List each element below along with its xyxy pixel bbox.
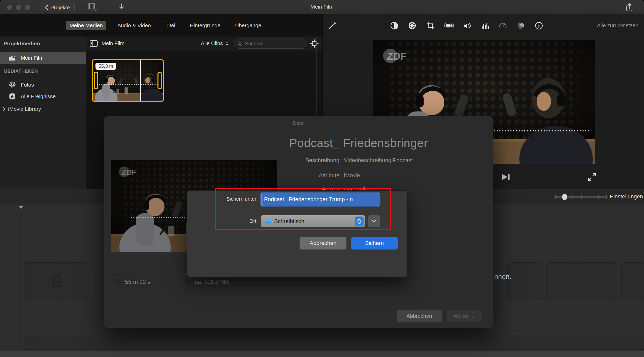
crop-icon[interactable]: [426, 21, 435, 30]
clip-filter-dropdown[interactable]: Alle Clips: [201, 40, 229, 46]
timeline-playhead[interactable]: [19, 206, 23, 209]
video-drop-zone[interactable]: [24, 262, 89, 300]
export-dialog-title: Datei: [104, 120, 493, 126]
description-label: Beschreibung:: [255, 157, 341, 164]
sidebar-item-imovie-library[interactable]: iMovie Library: [2, 106, 41, 112]
titlebar: Projekte ♪ Mein Film: [0, 0, 644, 15]
clip-placeholder[interactable]: [621, 262, 644, 300]
clapperboard-icon: [8, 55, 17, 61]
media-tab-bar: Meine Medien Audio & Video Titel Hinterg…: [0, 14, 323, 37]
timeline-zoom-slider[interactable]: [555, 196, 607, 198]
play-from-start-icon[interactable]: [501, 172, 511, 182]
sheet-save-button[interactable]: Sichern: [351, 237, 398, 249]
film-frame-icon: [52, 275, 61, 287]
sheet-cancel-button[interactable]: Abbrechen: [300, 237, 346, 249]
sidebar-toggle-icon[interactable]: [89, 40, 98, 47]
export-project-title: Podcast_ Friedensbringer: [289, 136, 491, 150]
description-row: Beschreibung: Videobeschreibung Podcast_: [255, 157, 482, 164]
sidebar-item-label: iMovie Library: [8, 106, 41, 112]
timeline-playhead-line: [21, 209, 21, 351]
imovie-window: Projekte ♪ Mein Film Meine Medien Audio …: [0, 0, 644, 357]
export-filesize: ca. 106.3 MB: [195, 279, 229, 285]
color-balance-icon[interactable]: [390, 21, 399, 30]
sidebar-item-fotos[interactable]: Fotos: [0, 80, 86, 90]
export-cancel-button[interactable]: Abbrechen: [397, 310, 442, 322]
filters-icon[interactable]: [516, 21, 525, 30]
media-browser-header: Mein Film Alle Clips: [86, 37, 323, 51]
window-bottom-bar: [0, 351, 644, 357]
stabilization-camera-icon[interactable]: [444, 21, 454, 30]
project-clip-thumbnail[interactable]: 55,3 m: [92, 59, 164, 102]
color-wheel-icon[interactable]: [408, 21, 416, 30]
tab-uebergaenge[interactable]: Übergänge: [232, 21, 265, 30]
export-next-button[interactable]: Weiter ...: [447, 310, 481, 322]
tab-titel[interactable]: Titel: [162, 21, 179, 30]
tab-audio-video[interactable]: Audio & Video: [114, 21, 154, 30]
attributes-value: iMovie: [344, 172, 360, 179]
sidebar-item-label: Alle Ereignisse: [21, 93, 56, 99]
sidebar-item-label: Fotos: [21, 82, 34, 88]
viewer-toolbar: Alle zurücksetzen: [323, 14, 644, 37]
info-icon[interactable]: [535, 21, 543, 30]
tab-hintergruende[interactable]: Hintergründe: [186, 21, 224, 30]
fullscreen-icon[interactable]: [587, 172, 597, 182]
updown-chevrons-icon: [225, 41, 229, 46]
trim-handle-left[interactable]: [94, 72, 98, 89]
clip-filter-label: Alle Clips: [201, 40, 223, 46]
clip-duration-badge: 55,3 m: [95, 63, 116, 70]
zoom-slider-thumb[interactable]: [562, 194, 567, 200]
annotation-highlight-rectangle: [215, 188, 391, 230]
attributes-row: Attribute: iMovie: [255, 172, 482, 179]
star-square-icon: [9, 93, 16, 100]
disclosure-right-icon: [2, 106, 6, 112]
clip-waveform: [97, 84, 159, 85]
timeline-settings-button[interactable]: Einstellungen: [610, 193, 643, 200]
attributes-label: Attribute:: [255, 172, 341, 179]
sidebar-item-label: Mein Film: [21, 55, 44, 61]
sidebar-item-mein-film[interactable]: Mein Film: [0, 52, 86, 64]
background-music-well[interactable]: ♫: [24, 335, 644, 350]
clip-placeholder[interactable]: [546, 262, 617, 300]
clip-playhead[interactable]: [140, 60, 141, 101]
sidebar: Projektmedien Mein Film MEDIATHEKEN Foto…: [0, 37, 86, 189]
photos-flower-icon: [9, 81, 16, 88]
export-duration: 55 m 22 s: [125, 279, 150, 285]
clip-appearance-settings-icon[interactable]: [310, 39, 319, 48]
enhance-wand-icon[interactable]: [328, 21, 336, 30]
export-stats: 55 m 22 s ca. 106.3 MB: [114, 278, 229, 285]
file-icon: [185, 278, 191, 285]
volume-icon[interactable]: [463, 21, 472, 30]
dialog-separator: [104, 129, 493, 129]
description-value[interactable]: Videobeschreibung Podcast_: [344, 157, 416, 164]
timeline-hint-text: nnen.: [494, 273, 511, 281]
sidebar-item-alle-ereignisse[interactable]: Alle Ereignisse: [0, 91, 86, 101]
search-icon: [237, 41, 242, 46]
speed-icon[interactable]: [499, 21, 507, 30]
media-pane-title: Mein Film: [102, 40, 124, 46]
clock-icon: [114, 278, 121, 285]
share-icon[interactable]: [625, 3, 633, 12]
tab-meine-medien[interactable]: Meine Medien: [66, 21, 106, 30]
project-media-header: Projektmedien: [4, 41, 40, 47]
window-title: Mein Film: [0, 4, 644, 10]
reset-all-button[interactable]: Alle zurücksetzen: [597, 22, 638, 28]
equalizer-bars-icon[interactable]: [481, 21, 490, 30]
trim-handle-right[interactable]: [157, 72, 162, 89]
clip-placeholder[interactable]: [507, 262, 542, 300]
search-field[interactable]: [234, 39, 307, 49]
music-note-icon: ♫: [27, 338, 34, 347]
mediatheken-header: MEDIATHEKEN: [4, 69, 38, 74]
search-input[interactable]: [244, 41, 293, 47]
